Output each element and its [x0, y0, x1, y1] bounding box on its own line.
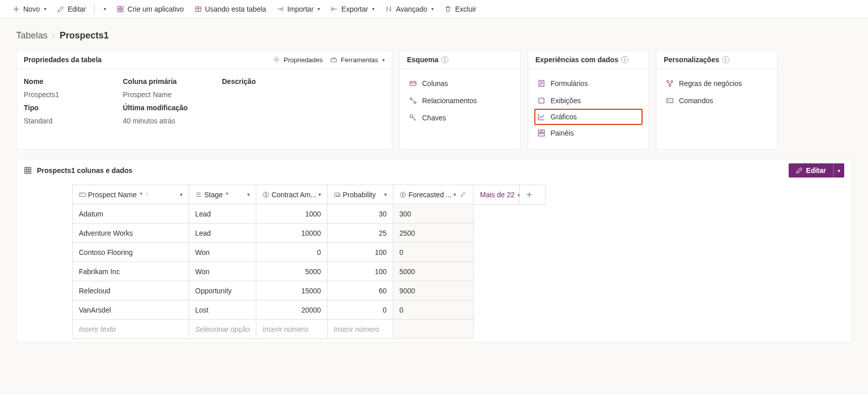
- data-exp-forms[interactable]: Formulários: [535, 75, 642, 92]
- new-row[interactable]: Inserir textoSelecionar opçãoInserir núm…: [73, 320, 474, 339]
- toolbar-new[interactable]: Novo ▾: [8, 3, 51, 15]
- breadcrumb-root[interactable]: Tabelas: [16, 30, 48, 41]
- table-row[interactable]: VanArsdelLost2000000: [73, 300, 474, 320]
- cell-forecast[interactable]: 300: [393, 204, 474, 224]
- data-exp-views[interactable]: Exibições: [535, 93, 642, 109]
- prop-lastmod-label: Última modificação: [123, 104, 214, 112]
- tools-action[interactable]: Ferramentas ▾: [330, 56, 385, 64]
- text-field-icon: [79, 191, 86, 198]
- svg-rect-2: [118, 9, 120, 11]
- svg-rect-0: [118, 6, 120, 8]
- cell-prospect[interactable]: Contoso Flooring: [73, 243, 189, 262]
- col-header-stage[interactable]: Stage* ▾: [189, 185, 256, 204]
- data-exp-charts[interactable]: Gráficos: [534, 109, 643, 125]
- cell-probability[interactable]: 100: [327, 262, 393, 281]
- info-icon[interactable]: i: [722, 56, 729, 63]
- data-exp-dashboards[interactable]: Painéis: [535, 125, 642, 141]
- edit-data-button[interactable]: Editar: [789, 163, 833, 178]
- svg-rect-1: [121, 6, 123, 8]
- cell-probability[interactable]: 30: [327, 204, 393, 224]
- schema-title: Esquema: [407, 56, 438, 64]
- table-row[interactable]: AdatumLead100030300: [73, 204, 474, 224]
- toolbar: Novo ▾ Editar ▾ Crie um aplicativo Usand…: [0, 0, 868, 18]
- cell-forecast[interactable]: 5000: [393, 262, 474, 281]
- col-header-forecast[interactable]: Forecasted ... ▾: [393, 185, 474, 204]
- cell-prospect[interactable]: Adventure Works: [73, 224, 189, 243]
- cell-stage[interactable]: Won: [189, 262, 256, 281]
- form-icon: [537, 79, 545, 87]
- toolbar-using-table[interactable]: Usando esta tabela: [190, 3, 270, 15]
- cell-forecast[interactable]: 0: [393, 300, 474, 320]
- toolbar-export[interactable]: Exportar ▾: [326, 3, 379, 15]
- prop-desc-label: Descrição: [222, 77, 385, 85]
- table-icon: [194, 5, 202, 13]
- schema-keys[interactable]: Chaves: [407, 110, 513, 126]
- schema-columns[interactable]: Colunas: [407, 75, 513, 92]
- chevron-down-icon: ▾: [44, 6, 47, 12]
- custom-commands[interactable]: Comandos: [664, 93, 770, 109]
- add-column-button[interactable]: [519, 185, 539, 205]
- cell-stage[interactable]: Lead: [189, 224, 256, 243]
- cell-stage[interactable]: Opportunity: [189, 281, 256, 300]
- cell-forecast[interactable]: 2500: [393, 224, 474, 243]
- link-label: Formulários: [551, 79, 588, 87]
- more-columns-link[interactable]: Mais de 22 ▾: [480, 191, 520, 199]
- cell-forecast[interactable]: 0: [393, 243, 474, 262]
- col-header-probability[interactable]: 123 Probability ▾: [327, 185, 393, 204]
- toolbar-delete[interactable]: Excluir: [440, 3, 480, 15]
- new-cell-stage[interactable]: Selecionar opção: [189, 320, 256, 339]
- svg-text:123: 123: [335, 193, 341, 196]
- cell-probability[interactable]: 60: [327, 281, 393, 300]
- cell-contract[interactable]: 5000: [256, 262, 328, 281]
- new-cell-probability[interactable]: Inserir número: [327, 320, 393, 339]
- svg-rect-6: [331, 59, 337, 62]
- cell-forecast[interactable]: 9000: [393, 281, 474, 300]
- link-label: Painéis: [551, 129, 574, 137]
- cell-contract[interactable]: 1000: [256, 204, 328, 224]
- custom-business-rules[interactable]: Regras de negócios: [664, 75, 770, 92]
- schema-relationships[interactable]: Relacionamentos: [407, 93, 513, 109]
- custom-title: Personalizações: [664, 56, 719, 64]
- info-icon[interactable]: i: [441, 56, 448, 63]
- cell-probability[interactable]: 100: [327, 243, 393, 262]
- sliders-icon: [385, 5, 393, 13]
- table-row[interactable]: Fabrikam IncWon50001005000: [73, 262, 474, 281]
- toolbar-import[interactable]: Importar ▾: [272, 3, 324, 15]
- cell-contract[interactable]: 0: [256, 243, 328, 262]
- new-cell-forecast[interactable]: [393, 320, 474, 339]
- chevron-down-icon: ▾: [318, 192, 321, 197]
- cell-stage[interactable]: Won: [189, 243, 256, 262]
- toolbar-advanced[interactable]: Avançado ▾: [381, 3, 438, 15]
- currency-icon: [399, 191, 406, 198]
- cell-probability[interactable]: 0: [327, 300, 393, 320]
- table-row[interactable]: Contoso FlooringWon01000: [73, 243, 474, 262]
- toolbar-edit[interactable]: Editar: [53, 3, 90, 15]
- cell-prospect[interactable]: VanArsdel: [73, 300, 189, 320]
- toolbar-new-label: Novo: [23, 5, 40, 13]
- new-cell-prospect[interactable]: Inserir texto: [73, 320, 189, 339]
- table-row[interactable]: Adventure WorksLead10000252500: [73, 224, 474, 243]
- cell-stage[interactable]: Lost: [189, 300, 256, 320]
- required-star: *: [140, 191, 142, 199]
- new-cell-contract[interactable]: Inserir número: [256, 320, 328, 339]
- cell-probability[interactable]: 25: [327, 224, 393, 243]
- col-header-prospect[interactable]: Prospect Name* ↑ ▾: [73, 185, 189, 204]
- cell-stage[interactable]: Lead: [189, 204, 256, 224]
- cell-contract[interactable]: 10000: [256, 224, 328, 243]
- properties-action[interactable]: Propriedades: [272, 56, 323, 64]
- table-row[interactable]: RelecloudOpportunity15000609000: [73, 281, 474, 300]
- info-icon[interactable]: i: [621, 56, 628, 63]
- cell-prospect[interactable]: Adatum: [73, 204, 189, 224]
- edit-data-split[interactable]: ▾: [833, 163, 844, 178]
- pencil-icon: [57, 5, 65, 13]
- cell-prospect[interactable]: Relecloud: [73, 281, 189, 300]
- toolbar-create-app[interactable]: Crie um aplicativo: [112, 3, 188, 15]
- svg-point-8: [410, 98, 412, 100]
- cell-contract[interactable]: 15000: [256, 281, 328, 300]
- cell-prospect[interactable]: Fabrikam Inc: [73, 262, 189, 281]
- toolbar-edit-split[interactable]: ▾: [99, 4, 110, 14]
- cell-contract[interactable]: 20000: [256, 300, 328, 320]
- col-header-contract[interactable]: Contract Am... ▾: [256, 185, 328, 204]
- col-label: Contract Am...: [271, 191, 316, 199]
- pencil-icon: [796, 167, 803, 174]
